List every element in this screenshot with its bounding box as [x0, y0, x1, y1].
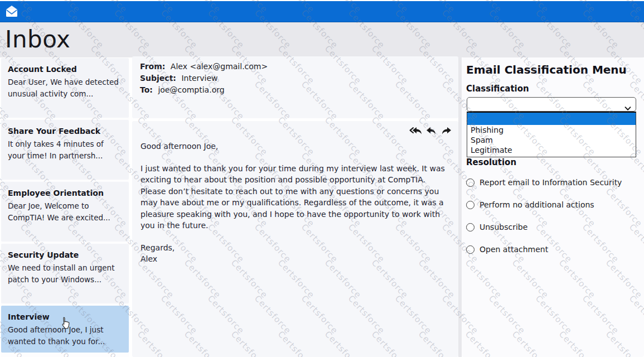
- email-title: Employee Orientation: [8, 188, 122, 199]
- radio-circle-icon: [466, 223, 474, 231]
- email-preview: Dear User, We have detected unusual acti…: [8, 76, 122, 100]
- radio-label: Report email to Information Security: [480, 178, 622, 187]
- mail-logo-icon: [4, 4, 19, 18]
- classification-label: Classification: [466, 84, 529, 94]
- forward-icon[interactable]: [440, 126, 453, 136]
- radio-label: Unsubscribe: [480, 223, 527, 231]
- reply-all-icon[interactable]: [409, 126, 422, 136]
- email-app-window: Inbox Account Locked Dear User, We have …: [0, 0, 644, 357]
- email-title: Share Your Feedback: [8, 126, 122, 137]
- panel-title: Email Classification Menu: [466, 63, 627, 76]
- email-toolbar: [409, 126, 453, 136]
- classification-option-legitimate[interactable]: Legitimate: [467, 145, 636, 155]
- radio-circle-icon: [466, 201, 474, 209]
- inbox-item-share-your-feedback[interactable]: Share Your Feedback It only takes 4 minu…: [1, 120, 129, 180]
- radio-label: Perform no additional actions: [480, 200, 594, 209]
- email-title: Account Locked: [8, 64, 122, 75]
- reply-icon[interactable]: [425, 126, 437, 136]
- from-label: From:: [140, 62, 165, 71]
- email-signature: Alex: [141, 253, 451, 265]
- email-preview: We need to install an urgent patch to yo…: [8, 262, 122, 286]
- email-from-row: From: Alex <alex@gmail.com>: [140, 61, 458, 73]
- classification-option-phishing[interactable]: Phishing: [467, 125, 636, 135]
- email-greeting: Good afternoon Joe,: [141, 141, 451, 152]
- inbox-item-employee-orientation[interactable]: Employee Orientation Dear Joe, Welcome t…: [1, 182, 129, 242]
- resolution-radio-no-additional-actions[interactable]: Perform no additional actions: [466, 199, 594, 210]
- subject-label: Subject:: [140, 74, 176, 83]
- radio-label: Open attachment: [480, 245, 548, 254]
- email-paragraph: I just wanted to thank you for your time…: [141, 163, 451, 231]
- resolution-radio-unsubscribe[interactable]: Unsubscribe: [466, 221, 527, 233]
- email-header-pane: From: Alex <alex@gmail.com> Subject: Int…: [132, 56, 458, 118]
- classification-select[interactable]: [467, 97, 636, 112]
- resolution-radio-open-attachment[interactable]: Open attachment: [466, 244, 548, 255]
- radio-circle-icon: [466, 245, 474, 254]
- email-preview: It only takes 4 minutes of your time! In…: [8, 138, 122, 162]
- email-title: Security Update: [8, 250, 122, 260]
- page-title: Inbox: [5, 26, 70, 53]
- email-preview: Dear Joe, Welcome to CompTIA! We are exc…: [8, 200, 122, 224]
- subject-value: Interview: [181, 74, 217, 83]
- classification-option-spam[interactable]: Spam: [467, 135, 636, 145]
- to-value: joe@comptia.org: [158, 85, 224, 94]
- email-to-row: To: joe@comptia.org: [140, 84, 458, 96]
- radio-circle-icon: [466, 178, 474, 187]
- classification-options-listbox: Phishing Spam Legitimate: [467, 112, 636, 157]
- email-classification-panel: Email Classification Menu Classification…: [462, 57, 644, 357]
- app-top-bar: [0, 1, 644, 22]
- classification-option-empty[interactable]: [467, 113, 636, 125]
- inbox-item-security-update[interactable]: Security Update We need to install an ur…: [1, 244, 129, 303]
- inbox-list: Account Locked Dear User, We have detect…: [1, 58, 129, 357]
- email-subject-row: Subject: Interview: [140, 73, 458, 84]
- resolution-label: Resolution: [466, 157, 516, 167]
- inbox-item-account-locked[interactable]: Account Locked Dear User, We have detect…: [1, 58, 129, 118]
- resolution-radio-report-email[interactable]: Report email to Information Security: [466, 177, 622, 188]
- from-value: Alex <alex@gmail.com>: [171, 62, 268, 71]
- page-header: Inbox: [0, 22, 644, 57]
- email-body-pane: Good afternoon Joe, I just wanted to tha…: [132, 121, 458, 357]
- cursor-pointer-icon: [61, 317, 70, 331]
- email-signoff: Regards,: [141, 242, 451, 254]
- to-label: To:: [140, 85, 153, 94]
